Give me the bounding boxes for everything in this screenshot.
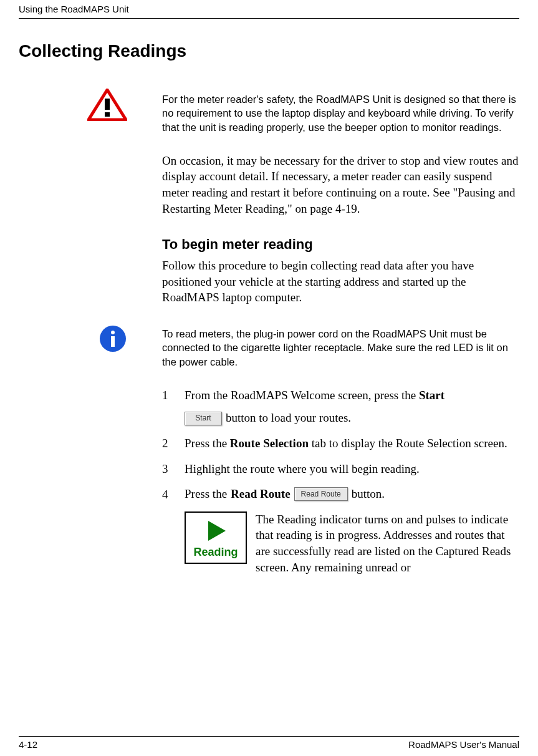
step-text: Press the [185, 437, 230, 450]
step-text-post: button to load your routes. [226, 410, 351, 427]
step-1: 1 From the RoadMAPS Welcome screen, pres… [162, 387, 519, 427]
info-text: To read meters, the plug-in power cord o… [162, 327, 519, 369]
step-number: 1 [162, 387, 185, 404]
svg-rect-1 [105, 99, 110, 110]
svg-rect-2 [105, 112, 110, 117]
info-icon [100, 326, 126, 352]
step-bold: Route Selection [230, 437, 309, 450]
step-text-post: button. [352, 486, 385, 503]
play-icon [203, 518, 228, 543]
step-text-post: tab to display the Route Selection scree… [309, 437, 507, 450]
start-button[interactable]: Start [185, 412, 222, 425]
page-footer: 4-12 RoadMAPS User's Manual [19, 736, 519, 750]
running-header: Using the RoadMAPS Unit [19, 0, 519, 19]
step-bold: Read Route [231, 486, 291, 503]
manual-title: RoadMAPS User's Manual [408, 739, 519, 750]
intro-paragraph: On occasion, it may be necessary for the… [162, 153, 519, 217]
reading-block: Reading The Reading indicator turns on a… [185, 511, 519, 576]
step-3: 3 Highlight the route where you will beg… [162, 461, 519, 478]
warning-callout: For the meter reader's safety, the RoadM… [162, 92, 519, 134]
reading-paragraph: The Reading indicator turns on and pulse… [256, 511, 519, 576]
warning-icon [87, 89, 127, 121]
page-number: 4-12 [19, 739, 37, 750]
step-2: 2 Press the Route Selection tab to displ… [162, 435, 519, 452]
reading-indicator: Reading [185, 511, 247, 564]
read-route-button[interactable]: Read Route [294, 487, 348, 501]
subheading: To begin meter reading [162, 235, 519, 254]
section-heading: Collecting Readings [19, 41, 519, 61]
step-text: Press the [185, 486, 227, 503]
info-callout: To read meters, the plug-in power cord o… [162, 327, 519, 369]
subheading-paragraph: Follow this procedure to begin collectin… [162, 258, 519, 306]
warning-text: For the meter reader's safety, the RoadM… [162, 92, 519, 134]
step-bold: Start [419, 389, 444, 402]
step-4: 4 Press the Read Route Read Route button… [162, 486, 519, 503]
step-text: From the RoadMAPS Welcome screen, press … [185, 389, 419, 402]
step-number: 3 [162, 461, 185, 477]
step-number: 2 [162, 435, 185, 452]
reading-indicator-label: Reading [193, 545, 238, 560]
step-text: Highlight the route where you will begin… [185, 461, 519, 478]
svg-marker-3 [208, 521, 226, 541]
step-number: 4 [162, 487, 185, 503]
